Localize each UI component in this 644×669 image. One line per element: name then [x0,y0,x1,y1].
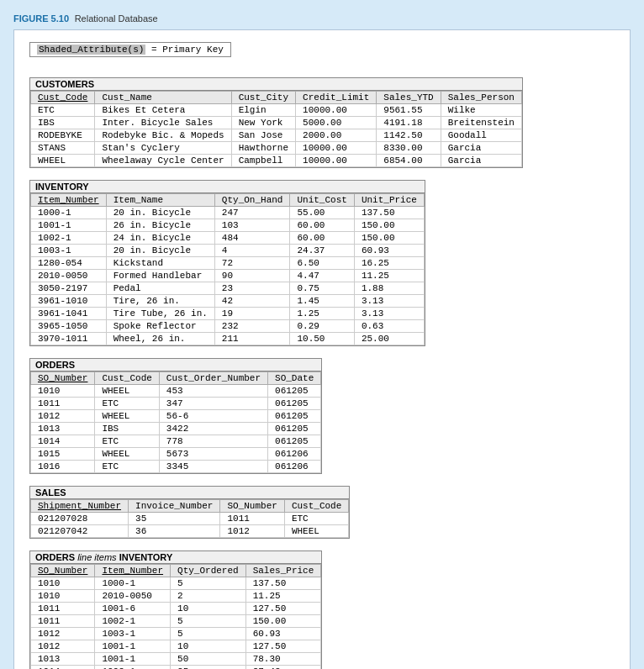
table-row: 10102010-0050211.25 [31,590,321,603]
table-cell: 1012 [31,410,95,423]
table-row: 1016ETC3345061206 [31,461,321,473]
table-cell: STANS [31,142,95,155]
inventory-section: INVENTORY Item_Number Item_Name Qty_On_H… [29,180,615,346]
table-cell: 061205 [268,410,321,423]
table-cell: 1012 [31,628,95,640]
table-cell: 3050-2197 [31,282,107,295]
table-cell: 60.00 [290,219,354,232]
sales-col-3: Cust_Code [284,500,348,513]
table-cell: 0.75 [290,282,354,295]
table-cell: Breitenstein [441,117,521,129]
table-cell: 1000-1 [31,207,107,219]
table-cell: 5673 [159,448,267,461]
sales-label: SALES [30,487,349,499]
table-cell: ETC [95,398,159,410]
customers-col-0: Cust_Code [31,92,95,104]
table-cell: Wheelaway Cycle Center [95,155,231,167]
table-cell: 2010-0050 [31,270,107,282]
table-cell: 061205 [268,398,321,410]
table-cell: 3965-1050 [31,320,107,333]
table-cell: 061205 [268,385,321,398]
table-cell: 1.25 [290,308,354,320]
table-cell: 127.50 [245,603,321,615]
table-cell: Garcia [441,155,521,167]
sales-body: 021207028351011ETC021207042361012WHEEL [31,513,349,538]
table-cell: Inter. Bicycle Sales [95,117,231,129]
inventory-col-3: Unit_Cost [290,194,354,207]
sales-col-2: SO_Number [220,500,284,513]
table-cell: 1.88 [354,282,424,295]
table-cell: 1142.50 [377,129,441,142]
table-cell: 1011 [31,603,95,615]
orders-table: SO_Number Cust_Code Cust_Order_Number SO… [30,371,321,473]
table-cell: 3345 [159,461,267,473]
table-cell: WHEEL [95,410,159,423]
customers-table-wrapper: CUSTOMERS Cust_Code Cust_Name Cust_City … [29,77,523,168]
table-cell: 9561.55 [377,104,441,117]
table-cell: 8330.00 [377,142,441,155]
table-row: 2010-0050Formed Handlebar904.4711.25 [31,270,425,282]
table-row: IBSInter. Bicycle SalesNew York5000.0041… [31,117,522,129]
orders-line-label-text: ORDERS line items INVENTORY [35,552,172,562]
table-cell: 20 in. Bicycle [106,245,214,257]
table-row: 1011ETC347061205 [31,398,321,410]
orders-line-items-label: ORDERS line items INVENTORY [30,551,321,564]
table-row: 10141003-12537.42 [31,666,321,670]
table-cell: 6854.00 [377,155,441,167]
customers-col-1: Cust_Name [95,92,231,104]
inventory-header-row: Item_Number Item_Name Qty_On_Hand Unit_C… [31,194,425,207]
table-cell: 2000.00 [296,129,377,142]
table-cell: 1001-1 [95,653,171,666]
main-container: Shaded_Attribute(s) = Primary Key CUSTOM… [13,29,631,669]
table-row: 021207028351011ETC [31,513,349,525]
table-row: 3965-1050Spoke Reflector2320.290.63 [31,320,425,333]
table-row: 1003-120 in. Bicycle424.3760.93 [31,245,425,257]
table-row: 021207042361012WHEEL [31,525,349,538]
table-cell: 78.30 [245,653,321,666]
table-cell: 5000.00 [296,117,377,129]
table-cell: 72 [214,257,290,270]
table-cell: 103 [214,219,290,232]
table-cell: WHEEL [284,525,348,538]
table-cell: IBS [31,117,95,129]
table-cell: 0.29 [290,320,354,333]
table-cell: 3.13 [354,295,424,308]
table-cell: San Jose [231,129,295,142]
table-row: 1013IBS3422061205 [31,423,321,435]
table-row: 10121001-110127.50 [31,640,321,653]
table-cell: 1011 [31,615,95,628]
table-cell: 1013 [31,423,95,435]
table-cell: WHEEL [31,155,95,167]
table-cell: 37.42 [245,666,321,670]
table-cell: 247 [214,207,290,219]
table-cell: 1012 [220,525,284,538]
table-cell: 4191.18 [377,117,441,129]
table-cell: 150.00 [245,615,321,628]
customers-table: Cust_Code Cust_Name Cust_City Credit_Lim… [30,91,522,167]
table-cell: IBS [95,423,159,435]
table-row: 3961-1010Tire, 26 in.421.453.13 [31,295,425,308]
table-cell: 1000-1 [95,577,171,590]
table-cell: 60.00 [290,232,354,245]
table-row: 10131001-15078.30 [31,653,321,666]
orders-col-3: SO_Date [268,372,321,385]
table-cell: 3970-1011 [31,333,107,345]
table-cell: Rodebyke Bic. & Mopeds [95,129,231,142]
table-cell: 453 [159,385,267,398]
table-cell: 232 [214,320,290,333]
table-cell: 1010 [31,385,95,398]
table-cell: 1016 [31,461,95,473]
orders-table-wrapper: ORDERS SO_Number Cust_Code Cust_Order_Nu… [29,358,322,474]
orders-col-2: Cust_Order_Number [159,372,267,385]
oli-body: 10101000-15137.5010102010-0050211.251011… [31,577,321,670]
table-cell: 11.25 [245,590,321,603]
table-cell: 778 [159,435,267,448]
table-cell: 1011 [220,513,284,525]
table-row: WHEELWheelaway Cycle CenterCampbell10000… [31,155,522,167]
table-cell: 10 [171,640,246,653]
figure-title: Relational Database [75,13,158,24]
oli-col-1: Item_Number [95,565,171,577]
sales-section: SALES Shipment_Number Invoice_Number SO_… [29,486,615,539]
table-cell: 60.93 [354,245,424,257]
table-cell: 137.50 [354,207,424,219]
